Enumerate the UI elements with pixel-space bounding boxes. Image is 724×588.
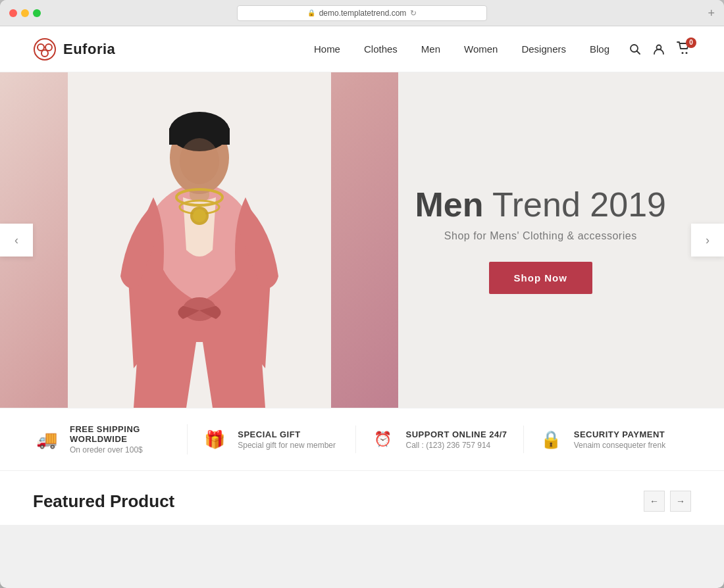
feature-security: 🔒 SECURITY PAYMENT Venaim consequeter fr… [524, 426, 691, 453]
nav-menu: Home Clothes Men Women Designers Blog [314, 43, 609, 55]
user-icon[interactable] [653, 43, 665, 55]
cart-badge: 0 [686, 37, 696, 48]
feature-security-text: SECURITY PAYMENT Venaim consequeter fren… [574, 429, 665, 450]
slider-next-button[interactable]: › [691, 224, 724, 257]
nav-item-home[interactable]: Home [314, 43, 340, 55]
nav-item-men[interactable]: Men [421, 43, 440, 55]
feature-support-text: SUPPORT ONLINE 24/7 Call : (123) 236 757… [406, 429, 507, 450]
new-tab-button[interactable]: + [708, 7, 715, 19]
logo-area[interactable]: Euforia [33, 37, 115, 61]
hero-subtitle: Shop for Mens' Clothing & accessories [415, 230, 666, 242]
url-text: demo.templatetrend.com [319, 9, 407, 18]
feature-shipping-title: FREE SHIPPING WORLDWIDE [70, 424, 174, 444]
nav-item-women[interactable]: Women [464, 43, 498, 55]
featured-next-button[interactable]: → [670, 491, 691, 512]
feature-shipping-text: FREE SHIPPING WORLDWIDE On oreder over 1… [70, 424, 174, 454]
gift-icon: 🎁 [201, 426, 228, 453]
hero-image [0, 72, 398, 408]
maximize-button[interactable] [33, 9, 41, 17]
search-icon[interactable] [629, 43, 641, 55]
logo-icon [33, 37, 57, 61]
hero-content: Men Trend 2019 Shop for Mens' Clothing &… [415, 186, 666, 294]
url-bar[interactable]: 🔒 demo.templatetrend.com ↻ [237, 5, 487, 21]
svg-point-3 [41, 50, 48, 57]
arrow-right-icon: › [706, 233, 710, 247]
lock-icon: 🔒 [307, 9, 315, 16]
cart-icon-wrapper[interactable]: 0 [677, 41, 691, 57]
features-bar: 🚚 FREE SHIPPING WORLDWIDE On oreder over… [0, 408, 724, 471]
feature-shipping-desc: On oreder over 100$ [70, 445, 174, 454]
shipping-icon: 🚚 [33, 426, 61, 453]
hero-slider: Men Trend 2019 Shop for Mens' Clothing &… [0, 72, 724, 408]
logo-text: Euforia [63, 41, 115, 58]
security-icon: 🔒 [537, 426, 565, 453]
support-icon: ⏰ [369, 426, 397, 453]
site-header: Euforia Home Clothes Men Women Designers… [0, 26, 724, 72]
featured-header: Featured Product ← → [33, 491, 691, 512]
hero-title: Men Trend 2019 [415, 186, 666, 224]
feature-gift-text: SPECIAL GIFT Special gift for new member [238, 429, 336, 450]
hero-person-svg [68, 72, 331, 408]
browser-window: 🔒 demo.templatetrend.com ↻ + Euforia Hom… [0, 0, 724, 588]
header-actions: 0 [629, 41, 691, 57]
nav-item-clothes[interactable]: Clothes [364, 43, 398, 55]
svg-point-1 [38, 44, 44, 51]
feature-support-title: SUPPORT ONLINE 24/7 [406, 429, 507, 439]
refresh-icon[interactable]: ↻ [410, 9, 417, 18]
feature-gift-desc: Special gift for new member [238, 441, 336, 450]
feature-support: ⏰ SUPPORT ONLINE 24/7 Call : (123) 236 7… [356, 426, 524, 453]
nav-item-designers[interactable]: Designers [521, 43, 566, 55]
feature-support-desc: Call : (123) 236 757 914 [406, 441, 507, 450]
nav-item-blog[interactable]: Blog [590, 43, 609, 55]
feature-shipping: 🚚 FREE SHIPPING WORLDWIDE On oreder over… [33, 424, 188, 454]
featured-section: Featured Product ← → [0, 471, 724, 525]
svg-point-15 [180, 138, 219, 184]
page-content: Euforia Home Clothes Men Women Designers… [0, 26, 724, 525]
feature-security-desc: Venaim consequeter frenk [574, 441, 665, 450]
svg-point-19 [193, 209, 206, 222]
minimize-button[interactable] [21, 9, 29, 17]
featured-prev-button[interactable]: ← [644, 491, 665, 512]
feature-gift-title: SPECIAL GIFT [238, 429, 336, 439]
featured-nav: ← → [644, 491, 691, 512]
browser-dots [9, 9, 41, 17]
svg-point-8 [686, 52, 688, 54]
hero-title-rest: Trend 2019 [483, 185, 666, 224]
browser-titlebar: 🔒 demo.templatetrend.com ↻ + [0, 0, 724, 26]
feature-gift: 🎁 SPECIAL GIFT Special gift for new memb… [188, 426, 355, 453]
shop-now-button[interactable]: Shop Now [489, 262, 592, 294]
close-button[interactable] [9, 9, 17, 17]
svg-line-5 [637, 51, 640, 54]
svg-point-2 [45, 44, 52, 51]
feature-security-title: SECURITY PAYMENT [574, 429, 665, 439]
slider-prev-button[interactable]: ‹ [0, 224, 33, 257]
featured-title: Featured Product [33, 491, 174, 512]
hero-title-bold: Men [415, 185, 483, 224]
svg-point-7 [682, 52, 684, 54]
arrow-left-icon: ‹ [14, 233, 18, 247]
